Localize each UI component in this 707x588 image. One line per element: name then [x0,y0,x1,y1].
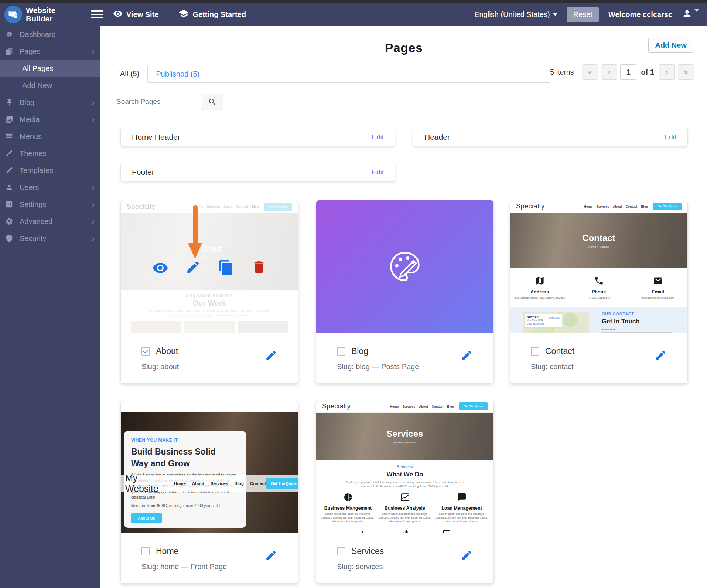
sidebar-item-pages[interactable]: Pages › [0,43,100,60]
reset-button[interactable]: Reset [567,7,599,22]
gears-icon [400,529,409,533]
page-card-services: Specialty HomeServicesAboutContactBlog G… [316,400,494,584]
sidebar-item-label: Users [20,183,39,192]
pushpin-icon [5,98,13,106]
pie-chart-icon [344,493,353,502]
edit-pencil-icon[interactable] [265,349,277,362]
edit-pencil-icon[interactable] [265,549,277,562]
edit-pencil-icon[interactable] [654,349,667,362]
chevron-right-icon: › [92,198,95,210]
edit-pencil-icon[interactable] [185,259,201,275]
getting-started-button[interactable]: Getting Started [178,9,246,21]
next-page-button[interactable]: › [659,64,675,80]
sidebar-item-menus[interactable]: Menus [0,128,100,145]
chevron-down-icon [694,9,699,12]
media-icon [5,115,13,123]
page-thumbnail[interactable]: WHEN YOU MAKE IT Build Business SolidWay… [121,400,298,533]
tab-published[interactable]: Published (5) [148,65,208,83]
sidebar-item-label: Dashboard [20,30,56,39]
map-icon [535,276,545,286]
phone-icon [594,276,604,286]
page-slug: Slug: blog — Posts Page [337,363,473,371]
gear-icon [5,217,13,225]
tabs: All (5) Published (5) [112,64,550,83]
partial-footer: Footer Edit [120,163,395,181]
edit-link[interactable]: Edit [372,168,384,176]
chevron-right-icon: › [92,181,95,193]
sidebar-item-label: Templates [20,166,53,175]
trash-icon[interactable] [251,259,267,275]
user-avatar-icon [682,9,692,20]
site-preview: Specialty HomeServicesAboutContactBlog G… [316,400,493,533]
sidebar-item-themes[interactable]: Themes [0,145,100,162]
edit-link[interactable]: Edit [664,133,676,141]
current-page-input[interactable]: 1 [620,64,636,80]
sidebar-item-label: Blog [20,98,34,107]
page-thumbnail[interactable]: Specialty HomeServicesAboutContactBlog G… [510,200,687,333]
pages-icon [5,47,13,55]
edit-pencil-icon[interactable] [460,549,473,562]
chevron-down-icon [553,13,557,16]
page-title-label: Home [156,546,178,556]
chat-icon [457,493,467,502]
list-icon [5,132,13,140]
page-card-contact: Specialty HomeServicesAboutContactBlog G… [510,200,688,384]
menu-toggle-icon[interactable] [91,9,103,20]
brush-icon [5,149,13,157]
last-page-button[interactable]: » [678,64,694,80]
page-title-label: Blog [351,346,368,356]
first-page-button[interactable]: « [582,64,598,80]
bar-chart-icon [359,529,368,533]
prev-page-button[interactable]: ‹ [601,64,617,80]
edit-pencil-icon[interactable] [460,349,473,362]
site-preview: Specialty HomeServicesAboutContactBlog G… [510,200,687,333]
page-title-label: Services [351,546,384,556]
user-menu[interactable] [682,9,699,20]
tab-all[interactable]: All (5) [112,65,148,83]
sidebar-item-security[interactable]: Security › [0,230,100,247]
sidebar-item-advanced[interactable]: Advanced › [0,213,100,230]
sidebar-item-users[interactable]: Users › [0,179,100,196]
page-thumbnail[interactable]: Specialty HomeServicesAboutContactBlog G… [121,200,298,333]
chevron-right-icon: › [92,96,95,108]
page-card-footer: About Slug: about [121,333,298,371]
chevron-right-icon: › [92,232,95,244]
view-site-button[interactable]: View Site [113,9,158,20]
page-checkbox[interactable] [141,547,150,555]
monitor-icon [442,529,451,533]
sidebar-item-templates[interactable]: Templates [0,162,100,179]
page-checkbox[interactable] [141,347,150,356]
duplicate-icon[interactable] [218,259,234,276]
language-dropdown[interactable]: English (United States) [474,10,557,19]
preview-eye-icon[interactable] [152,259,168,276]
palette-icon [386,248,423,285]
page-checkbox[interactable] [337,347,345,356]
sidebar-item-dashboard[interactable]: Dashboard [0,26,100,43]
chevron-right-icon: › [92,113,95,125]
sidebar-item-label: Media [20,115,40,124]
page-checkbox[interactable] [531,347,539,356]
app-logo[interactable]: Website Builder [0,6,100,23]
search-bar [112,94,223,110]
sidebar-item-media[interactable]: Media › [0,111,100,128]
sidebar-item-blog[interactable]: Blog › [0,94,100,111]
sidebar-item-all-pages[interactable]: All Pages [0,60,100,77]
page-slug: Slug: services [337,562,473,571]
page-checkbox[interactable] [337,547,345,555]
search-button[interactable] [202,94,223,110]
shield-icon [5,234,13,242]
search-icon [208,98,217,106]
edit-link[interactable]: Edit [372,133,384,141]
search-input[interactable] [112,94,197,109]
sidebar-item-add-new[interactable]: Add New [0,77,100,94]
sidebar-item-label: Security [20,234,46,243]
add-new-button[interactable]: Add New [648,38,693,53]
main-content: Pages Add New All (5) Published (5) 5 it… [100,26,707,588]
page-thumbnail[interactable] [316,200,493,333]
chevron-right-icon: › [92,215,95,227]
sidebar-item-settings[interactable]: Settings › [0,196,100,213]
page-thumbnail[interactable]: Specialty HomeServicesAboutContactBlog G… [316,400,493,533]
page-of-label: of 1 [639,68,656,77]
graduation-cap-icon [178,9,189,21]
page-slug: Slug: contact [531,363,667,371]
